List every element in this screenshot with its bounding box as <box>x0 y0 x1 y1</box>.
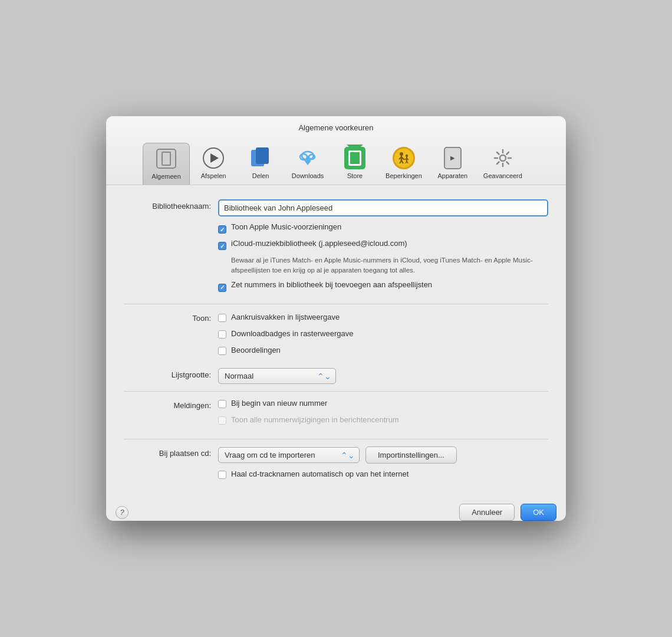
tab-apparaten-label: Apparaten <box>437 172 467 179</box>
bibliotheekname-row: Bibliotheeknaam: <box>124 199 548 216</box>
nieuw-nummer-label: Bij begin van nieuw nummer <box>231 399 327 408</box>
cdtrack-label: Haal cd-tracknamen automatisch op van he… <box>231 469 409 478</box>
share-icon <box>250 147 271 169</box>
tab-afspelen-label: Afspelen <box>201 172 226 179</box>
bibliotheekname-input[interactable] <box>218 199 548 216</box>
geavanceerd-icon-wrap <box>491 146 515 170</box>
bibliotheekname-control <box>218 199 548 216</box>
parental-controls-icon <box>393 147 415 169</box>
cancel-button[interactable]: Annuleer <box>459 504 515 521</box>
beoordelingen-row: Beoordelingen <box>218 346 548 357</box>
nummers-label: Zet nummers in bibliotheek bij toevoegen… <box>231 280 432 289</box>
algemeen-icon-wrap <box>154 147 178 170</box>
berichtencentrum-row: Toon alle nummerwijzigingen in berichten… <box>218 415 548 427</box>
checkboxes-group-row: Toon Apple Music-voorzieningen iCloud-mu… <box>124 222 548 297</box>
toon-row: Toon: Aankruisvakken in lijstweergave Do… <box>124 311 548 362</box>
title-bar: Algemene voorkeuren Algemeen Afspelen <box>106 116 566 185</box>
preferences-dialog: Algemene voorkeuren Algemeen Afspelen <box>106 116 566 521</box>
lijstgrootte-select-wrap: Klein Normaal Groot ⌃⌄ <box>218 368 336 384</box>
play-icon <box>203 147 224 169</box>
cd-action-select[interactable]: Vraag om cd te importeren Importeer cd S… <box>218 447 360 463</box>
svg-point-18 <box>500 155 506 161</box>
aankruisvakken-wrap <box>218 314 226 324</box>
tab-geavanceerd[interactable]: Geavanceerd <box>476 143 529 185</box>
downloadbadges-wrap <box>218 330 226 341</box>
downloadbadges-checkbox[interactable] <box>218 330 226 339</box>
tab-beperkingen-label: Beperkingen <box>386 172 422 179</box>
cd-select-group: Vraag om cd te importeren Importeer cd S… <box>218 446 548 464</box>
gear-icon <box>492 147 514 169</box>
tab-beperkingen[interactable]: Beperkingen <box>378 143 429 185</box>
ok-button[interactable]: OK <box>521 504 556 521</box>
aankruisvakken-row: Aankruisvakken in lijstweergave <box>218 313 548 324</box>
divider-1 <box>124 304 548 304</box>
nummers-checkbox[interactable] <box>218 284 226 292</box>
lijstgrootte-row: Lijstgrootte: Klein Normaal Groot ⌃⌄ <box>124 368 548 384</box>
svg-line-26 <box>497 162 499 164</box>
icloud-checkbox-wrap <box>218 240 226 251</box>
tab-afspelen[interactable]: Afspelen <box>190 143 237 185</box>
beoordelingen-wrap <box>218 347 226 357</box>
icloud-description: Bewaar al je iTunes Match- en Apple Musi… <box>231 255 548 276</box>
toon-group: Aankruisvakken in lijstweergave Download… <box>218 311 548 362</box>
svg-line-24 <box>506 162 509 164</box>
divider-3 <box>124 439 548 439</box>
tab-algemeen-label: Algemeen <box>151 173 181 180</box>
toon-label: Toon: <box>124 311 218 323</box>
tab-geavanceerd-label: Geavanceerd <box>483 172 522 179</box>
downloads-icon-wrap <box>296 146 319 170</box>
lijstgrootte-control: Klein Normaal Groot ⌃⌄ <box>218 368 548 384</box>
beoordelingen-checkbox[interactable] <box>218 347 226 355</box>
berichtencentrum-checkbox[interactable] <box>218 416 226 425</box>
store-icon-wrap <box>343 146 367 170</box>
svg-point-5 <box>400 152 403 156</box>
apple-music-label: Toon Apple Music-voorzieningen <box>231 222 341 231</box>
nieuw-nummer-wrap <box>218 400 226 411</box>
help-button[interactable]: ? <box>116 506 129 519</box>
tab-delen-label: Delen <box>252 172 269 179</box>
store-handle <box>348 150 361 166</box>
parental-svg <box>396 150 411 166</box>
nummers-checkbox-wrap <box>218 281 226 292</box>
tab-downloads-label: Downloads <box>292 172 324 179</box>
toolbar: Algemeen Afspelen Delen <box>106 138 566 185</box>
delen-icon-wrap <box>249 146 272 170</box>
afspelen-icon-wrap <box>202 146 225 170</box>
berichtencentrum-label: Toon alle nummerwijzigingen in berichten… <box>231 415 399 424</box>
apple-music-checkbox[interactable] <box>218 225 226 234</box>
svg-line-10 <box>401 160 403 163</box>
icloud-row: iCloud-muziekbibliotheek (j.appleseed@ic… <box>218 239 548 251</box>
downloads-svg <box>297 147 318 169</box>
beperkingen-icon-wrap <box>392 146 416 170</box>
downloadbadges-label: Downloadbadges in rasterweergave <box>231 329 353 338</box>
cd-control: Vraag om cd te importeren Importeer cd S… <box>218 446 548 486</box>
cdtrack-checkbox[interactable] <box>218 471 226 479</box>
beoordelingen-label: Beoordelingen <box>231 346 281 354</box>
tab-delen[interactable]: Delen <box>237 143 284 185</box>
tab-store[interactable]: Store <box>331 143 378 185</box>
tab-apparaten[interactable]: Apparaten <box>429 143 476 185</box>
apple-music-checkbox-wrap <box>218 224 226 234</box>
algemeen-icon <box>156 149 176 169</box>
dialog-title: Algemene voorkeuren <box>106 123 566 132</box>
meldingen-label: Meldingen: <box>124 399 218 410</box>
action-buttons: Annuleer OK <box>459 504 556 521</box>
tab-downloads[interactable]: Downloads <box>284 143 331 185</box>
lijstgrootte-label: Lijstgrootte: <box>124 368 218 379</box>
lijstgrootte-select[interactable]: Klein Normaal Groot <box>218 368 336 384</box>
bibliotheekname-label: Bibliotheeknaam: <box>124 199 218 211</box>
tab-algemeen[interactable]: Algemeen <box>143 143 190 185</box>
meldingen-row: Meldingen: Bij begin van nieuw nummer To… <box>124 399 548 432</box>
import-settings-button[interactable]: Importinstellingen... <box>365 446 457 464</box>
downloads-icon <box>297 147 319 169</box>
svg-point-11 <box>406 155 408 157</box>
aankruisvakken-checkbox[interactable] <box>218 314 226 322</box>
cd-row: Bij plaatsen cd: Vraag om cd te importer… <box>124 446 548 486</box>
cd-label: Bij plaatsen cd: <box>124 446 218 458</box>
berichtencentrum-wrap <box>218 416 226 427</box>
downloadbadges-row: Downloadbadges in rasterweergave <box>218 329 548 341</box>
cd-select-wrap: Vraag om cd te importeren Importeer cd S… <box>218 447 360 463</box>
nieuw-nummer-checkbox[interactable] <box>218 400 226 408</box>
icloud-checkbox[interactable] <box>218 242 226 250</box>
bottom-bar: ? Annuleer OK <box>106 504 566 521</box>
